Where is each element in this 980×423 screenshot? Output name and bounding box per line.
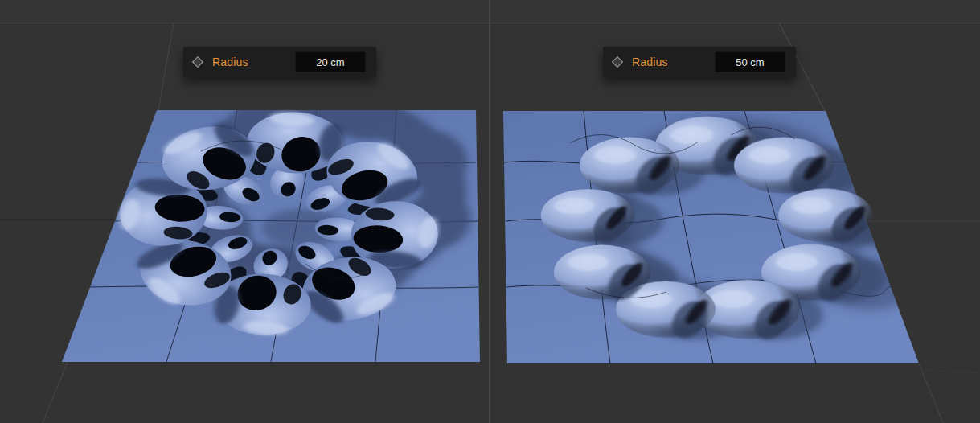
deformed-plane-radius-20[interactable] bbox=[62, 81, 482, 362]
radius-value-field[interactable]: 20 cm bbox=[295, 51, 366, 72]
radius-label: Radius bbox=[212, 55, 295, 68]
radius-parameter-panel-left[interactable]: Radius 20 cm bbox=[183, 47, 376, 77]
radius-label: Radius bbox=[632, 55, 715, 68]
radius-value-field[interactable]: 50 cm bbox=[715, 51, 785, 72]
vertical-viewport-divider[interactable] bbox=[489, 0, 490, 423]
radius-parameter-panel-right[interactable]: Radius 50 cm bbox=[603, 47, 796, 77]
diamond-handle-icon bbox=[192, 56, 203, 68]
viewport-left[interactable] bbox=[0, 23, 489, 423]
application-window: Radius 20 cm Radius 50 cm bbox=[0, 0, 980, 423]
viewport-right-canvas[interactable] bbox=[490, 23, 980, 423]
diamond-handle-icon bbox=[612, 56, 623, 68]
deformed-plane-radius-50[interactable] bbox=[503, 111, 940, 363]
viewport-left-canvas[interactable] bbox=[0, 23, 489, 423]
viewport-right[interactable] bbox=[490, 23, 980, 423]
